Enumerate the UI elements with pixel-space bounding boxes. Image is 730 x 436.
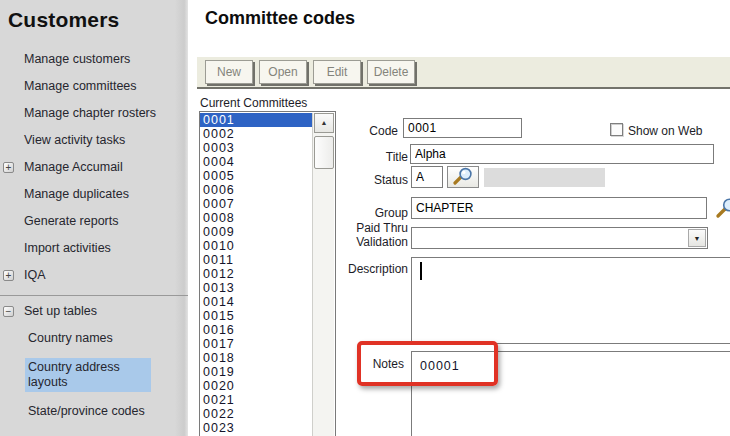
sidebar-divider	[0, 295, 188, 296]
sidebar-item-label: Generate reports	[24, 214, 119, 228]
list-item[interactable]: 0013	[200, 281, 312, 295]
notes-label: Notes	[340, 357, 404, 371]
status-label: Status	[340, 173, 408, 187]
delete-button[interactable]: Delete	[367, 60, 415, 84]
group-input[interactable]	[411, 197, 707, 219]
sidebar-item-label: Manage chapter rosters	[24, 106, 156, 120]
open-button[interactable]: Open	[259, 60, 307, 84]
sidebar-item-label: State/province codes	[28, 404, 145, 418]
list-item[interactable]: 0011	[200, 253, 312, 267]
title-label: Title	[340, 150, 408, 164]
sidebar-item[interactable]: Country names	[0, 331, 178, 346]
sidebar-item-label: Set up tables	[24, 304, 97, 318]
sidebar-item[interactable]: Import activities	[0, 241, 178, 256]
group-label: Group	[340, 206, 408, 220]
sidebar-item[interactable]: Manage customers	[0, 52, 178, 67]
sidebar-title: Customers	[0, 8, 188, 32]
collapse-icon[interactable]: −	[3, 306, 14, 317]
list-item[interactable]: 0015	[200, 309, 312, 323]
sidebar-item[interactable]: Generate reports	[0, 214, 178, 229]
toolbar: New Open Edit Delete	[197, 57, 730, 89]
show-on-web-checkbox[interactable]	[610, 123, 623, 136]
sidebar-nav: Manage customersManage committeesManage …	[0, 52, 188, 419]
sidebar-item-label: Manage committees	[24, 79, 137, 93]
sidebar-item[interactable]: +IQA	[0, 268, 178, 283]
expand-icon[interactable]: +	[3, 270, 14, 281]
code-label: Code	[340, 124, 398, 138]
notes-textarea[interactable]: 00001	[411, 351, 730, 436]
sidebar-item-label: View activity tasks	[24, 133, 125, 147]
status-description-display	[484, 168, 605, 187]
magnifier-icon	[451, 173, 475, 188]
list-item[interactable]: 0001	[200, 113, 312, 127]
sidebar-item[interactable]: Manage duplicates	[0, 187, 178, 202]
sidebar-item[interactable]: View activity tasks	[0, 133, 178, 148]
list-item[interactable]: 0004	[200, 155, 312, 169]
list-item[interactable]: 0019	[200, 365, 312, 379]
status-input[interactable]	[411, 166, 443, 188]
list-item[interactable]: 0014	[200, 295, 312, 309]
list-item[interactable]: 0002	[200, 127, 312, 141]
new-button[interactable]: New	[205, 60, 253, 84]
list-item[interactable]: 0018	[200, 351, 312, 365]
list-item[interactable]: 0016	[200, 323, 312, 337]
sidebar-item[interactable]: −Set up tables	[0, 304, 178, 319]
list-item[interactable]: 0003	[200, 141, 312, 155]
sidebar: Customers Manage customersManage committ…	[0, 0, 188, 436]
list-item[interactable]: 0010	[200, 239, 312, 253]
sidebar-item[interactable]: State/province codes	[0, 404, 178, 419]
list-item[interactable]: 0020	[200, 379, 312, 393]
sidebar-item[interactable]: +Manage Accumail	[0, 160, 178, 175]
list-item[interactable]: 0017	[200, 337, 312, 351]
list-item[interactable]: 0008	[200, 211, 312, 225]
list-item[interactable]: 0022	[200, 407, 312, 421]
list-item[interactable]: 0007	[200, 197, 312, 211]
list-item[interactable]: 0009	[200, 225, 312, 239]
status-lookup-button[interactable]	[447, 166, 479, 188]
description-textarea[interactable]	[411, 257, 730, 344]
show-on-web-label: Show on Web	[628, 124, 703, 138]
committee-list: 0001000200030004000500060007000800090010…	[200, 113, 312, 435]
list-item[interactable]: 0023	[200, 421, 312, 435]
committee-listbox: 0001000200030004000500060007000800090010…	[199, 111, 336, 436]
list-item[interactable]: 0021	[200, 393, 312, 407]
scrollbar-thumb[interactable]	[314, 136, 334, 169]
group-lookup-magnifier-icon[interactable]	[714, 197, 730, 223]
sidebar-item-label: Manage Accumail	[24, 160, 123, 174]
paid-thru-select[interactable]: ▼	[411, 227, 708, 249]
edit-button[interactable]: Edit	[313, 60, 361, 84]
sidebar-item-label: IQA	[24, 268, 46, 282]
sidebar-item[interactable]: Manage committees	[0, 79, 178, 94]
dropdown-arrow-icon[interactable]: ▼	[688, 229, 706, 247]
expand-icon[interactable]: +	[3, 162, 14, 173]
sidebar-item-label: Manage customers	[24, 52, 130, 66]
page-title: Committee codes	[205, 8, 355, 29]
paid-thru-label: Paid Thru Validation	[340, 221, 408, 249]
list-item[interactable]: 0006	[200, 183, 312, 197]
list-scrollbar[interactable]: ▲	[312, 113, 334, 436]
committee-list-label: Current Committees	[200, 96, 307, 110]
title-input[interactable]	[410, 144, 714, 164]
code-input[interactable]	[403, 118, 522, 138]
list-item[interactable]: 0012	[200, 267, 312, 281]
sidebar-item-label: Manage duplicates	[24, 187, 129, 201]
text-caret	[420, 262, 422, 280]
sidebar-item-label: Country names	[28, 331, 113, 345]
sidebar-item-label: Import activities	[24, 241, 111, 255]
sidebar-item[interactable]: Manage chapter rosters	[0, 106, 178, 121]
sidebar-item-label: Country address layouts	[25, 358, 151, 392]
description-label: Description	[340, 262, 408, 276]
list-item[interactable]: 0005	[200, 169, 312, 183]
scroll-up-icon[interactable]: ▲	[314, 113, 334, 133]
sidebar-item[interactable]: Country address layouts	[0, 358, 178, 392]
